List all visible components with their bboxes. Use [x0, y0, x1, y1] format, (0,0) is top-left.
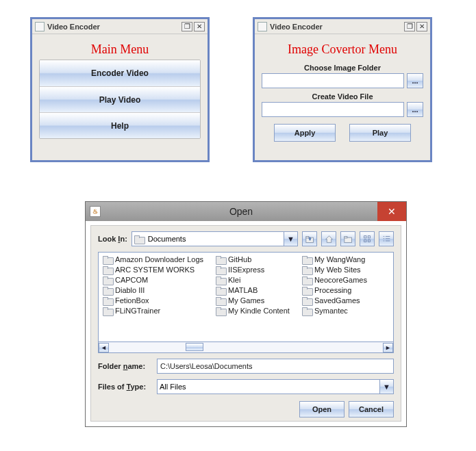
scrollbar-thumb[interactable] [186, 343, 203, 351]
folder-icon [302, 256, 312, 263]
details-view-button[interactable] [379, 231, 394, 246]
list-item-label: Diablo III [115, 286, 145, 294]
list-item[interactable]: Amazon Downloader Logs [103, 255, 203, 263]
image-convertor-window: Video Encoder ❐ ✕ Image Covertor Menu Ch… [253, 17, 432, 162]
folder-icon [216, 266, 225, 274]
encoder-video-button[interactable]: Encoder Video [40, 60, 200, 86]
list-item[interactable]: FLiNGTrainer [103, 307, 203, 315]
list-item-label: Amazon Downloader Logs [115, 255, 203, 263]
list-item[interactable]: SavedGames [302, 296, 367, 305]
list-item[interactable]: GitHub [216, 255, 290, 263]
chevron-down-icon[interactable]: ▼ [379, 380, 393, 394]
list-item[interactable]: My Games [216, 296, 290, 305]
list-item[interactable]: Klei [216, 276, 290, 284]
svg-rect-3 [344, 236, 347, 237]
folder-icon [302, 276, 312, 284]
list-item[interactable]: Processing [302, 286, 367, 294]
list-item-label: NeocoreGames [314, 276, 367, 284]
folder-icon [302, 266, 312, 274]
open-button[interactable]: Open [299, 401, 345, 417]
restore-icon[interactable]: ❐ [404, 22, 415, 31]
main-menu-window: Video Encoder ❐ ✕ Main Menu Encoder Vide… [30, 17, 210, 162]
look-in-label: Look In: [98, 235, 127, 243]
create-video-file-input[interactable] [262, 102, 404, 117]
new-folder-button[interactable] [340, 231, 355, 246]
apply-button[interactable]: Apply [274, 124, 336, 142]
svg-rect-5 [368, 235, 370, 237]
svg-rect-7 [368, 240, 370, 242]
files-of-type-value: All Files [160, 383, 186, 391]
list-item[interactable]: MATLAB [216, 286, 290, 294]
dialog-title: Open [105, 206, 377, 217]
list-item[interactable]: Diablo III [103, 286, 203, 294]
cancel-button[interactable]: Cancel [349, 401, 394, 417]
java-icon: ♨ [90, 206, 101, 217]
folder-icon [216, 307, 225, 315]
list-item-label: My Kindle Content [228, 307, 290, 315]
list-item[interactable]: ARC SYSTEM WORKS [103, 266, 203, 274]
window-title: Video Encoder [47, 23, 181, 31]
list-item-label: CAPCOM [115, 276, 148, 284]
list-item[interactable]: Symantec [302, 307, 367, 315]
dialog-titlebar: ♨ Open ✕ [86, 202, 406, 221]
help-button[interactable]: Help [40, 112, 200, 138]
folder-icon [103, 266, 112, 274]
folder-icon [302, 307, 312, 315]
files-of-type-combo[interactable]: All Files ▼ [157, 379, 394, 394]
titlebar: Video Encoder ❐ ✕ [32, 19, 208, 34]
scroll-right-icon[interactable]: ► [383, 343, 393, 352]
list-item[interactable]: My Web Sites [302, 266, 367, 274]
folder-icon [134, 235, 145, 243]
browse-image-folder-button[interactable]: ... [407, 73, 423, 88]
list-item-label: FLiNGTrainer [115, 307, 160, 315]
file-list: Amazon Downloader LogsARC SYSTEM WORKSCA… [98, 252, 394, 342]
restore-icon[interactable]: ❐ [181, 22, 192, 31]
folder-icon [216, 276, 225, 284]
look-in-value: Documents [148, 235, 186, 243]
files-of-type-label: Files of Type: [98, 383, 151, 391]
list-item-label: MATLAB [228, 286, 258, 294]
home-button[interactable] [321, 231, 336, 246]
list-item-label: IISExpress [228, 266, 264, 274]
folder-icon [302, 297, 312, 305]
folder-icon [103, 297, 112, 305]
page-title: Image Covertor Menu [262, 38, 423, 60]
horizontal-scrollbar[interactable]: ◄ ► [98, 342, 394, 353]
folder-name-input[interactable]: C:\Users\Leosa\Documents [157, 359, 394, 374]
choose-image-folder-label: Choose Image Folder [262, 64, 423, 72]
play-button[interactable]: Play [349, 124, 411, 142]
svg-rect-6 [364, 240, 366, 242]
folder-icon [216, 256, 225, 263]
play-video-button[interactable]: Play Video [40, 86, 200, 112]
close-icon[interactable]: ✕ [416, 22, 427, 31]
list-item-label: ARC SYSTEM WORKS [115, 266, 195, 274]
page-title: Main Menu [39, 38, 201, 60]
list-item-label: My Games [228, 296, 264, 305]
list-item[interactable]: My Kindle Content [216, 307, 290, 315]
list-item-label: SavedGames [314, 296, 360, 305]
titlebar: Video Encoder ❐ ✕ [255, 19, 430, 34]
scroll-left-icon[interactable]: ◄ [99, 343, 109, 352]
close-icon[interactable]: ✕ [377, 202, 406, 221]
chevron-down-icon[interactable]: ▼ [284, 232, 297, 246]
list-item[interactable]: CAPCOM [103, 276, 203, 284]
list-item-label: FetionBox [115, 296, 149, 305]
close-icon[interactable]: ✕ [194, 22, 205, 31]
choose-image-folder-input[interactable] [262, 73, 404, 88]
browse-video-file-button[interactable]: ... [407, 102, 423, 117]
folder-icon [103, 287, 112, 294]
svg-rect-1 [305, 236, 308, 237]
list-item[interactable]: My WangWang [302, 255, 367, 263]
folder-name-label: Folder name: [98, 362, 151, 370]
list-item[interactable]: FetionBox [103, 296, 203, 305]
up-one-level-button[interactable] [302, 231, 317, 246]
list-view-button[interactable] [360, 231, 375, 246]
window-title: Video Encoder [270, 23, 404, 31]
list-item[interactable]: NeocoreGames [302, 276, 367, 284]
list-item-label: Processing [314, 286, 351, 294]
list-item-label: GitHub [228, 255, 251, 263]
list-item[interactable]: IISExpress [216, 266, 290, 274]
look-in-combo[interactable]: Documents ▼ [131, 231, 298, 246]
folder-icon [302, 287, 312, 294]
folder-icon [216, 287, 225, 294]
